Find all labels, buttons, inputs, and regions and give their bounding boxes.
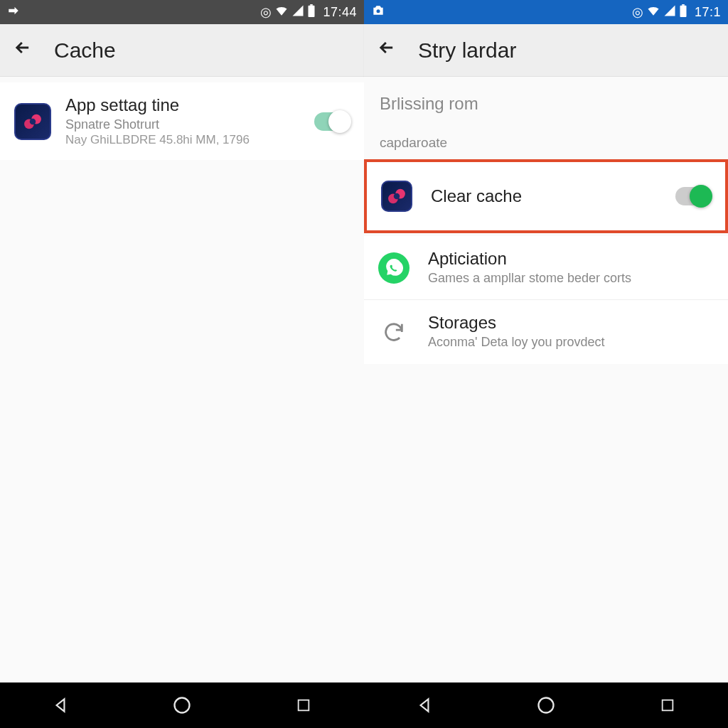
nav-home-icon[interactable]	[525, 691, 567, 719]
clear-cache-row[interactable]: Clear cache	[364, 159, 728, 233]
screen-right: ◎ 17:1 Stry lardar Brlissing rom capdaro…	[364, 0, 728, 728]
nav-recent-icon[interactable]	[282, 691, 325, 719]
row-subtitle: Aconma' Deta loy you provdect	[428, 334, 714, 350]
svg-rect-1	[311, 4, 314, 6]
nav-back-icon[interactable]	[39, 691, 82, 719]
sync-icon: ◎	[632, 4, 643, 20]
battery-icon	[679, 4, 687, 21]
row-title: Storages	[428, 313, 714, 333]
svg-rect-14	[662, 700, 673, 711]
content-area: App settag tine Spnatre Shotrurt Nay Ghi…	[0, 77, 364, 682]
signal-icon	[291, 4, 304, 21]
status-time: 17:44	[323, 5, 357, 20]
status-bar: ◎ 17:44	[0, 0, 364, 24]
signal-icon	[663, 4, 676, 21]
app-settings-row[interactable]: App settag tine Spnatre Shotrurt Nay Ghi…	[0, 82, 364, 160]
page-title: Cache	[54, 38, 116, 63]
app-icon	[381, 181, 412, 212]
storages-row[interactable]: Storages Aconma' Deta loy you provdect	[364, 300, 728, 363]
nav-back-icon[interactable]	[403, 691, 446, 719]
refresh-icon	[378, 316, 410, 348]
svg-point-4	[30, 118, 36, 124]
app-icon	[14, 103, 51, 140]
back-icon[interactable]	[13, 38, 33, 63]
sync-icon: ◎	[260, 4, 272, 20]
svg-rect-8	[680, 5, 686, 16]
svg-point-5	[174, 698, 189, 713]
content-area: Brlissing rom capdaroate Clear cache Apt…	[364, 77, 728, 682]
row-title: App settag tine	[65, 95, 314, 115]
nav-bar	[364, 682, 728, 728]
app-bar: Cache	[0, 24, 364, 77]
svg-point-13	[538, 698, 553, 713]
row-subtitle: Games a ampllar stome beder corts	[428, 270, 714, 287]
toggle-switch[interactable]	[314, 112, 350, 131]
wifi-icon	[646, 4, 660, 21]
battery-icon	[307, 4, 316, 21]
screen-left: ◎ 17:44 Cache	[0, 0, 364, 728]
svg-rect-9	[682, 4, 685, 6]
app-bar: Stry lardar	[364, 24, 728, 77]
row-subtitle-1: Spnatre Shotrurt	[65, 117, 314, 133]
status-time: 17:1	[695, 5, 721, 20]
svg-rect-6	[298, 700, 309, 711]
back-icon[interactable]	[377, 38, 397, 63]
whatsapp-icon	[378, 252, 410, 284]
camera-icon	[371, 4, 385, 21]
section-label: capdaroate	[364, 121, 728, 156]
share-icon	[7, 4, 20, 21]
nav-recent-icon[interactable]	[646, 691, 689, 719]
svg-rect-0	[309, 5, 315, 16]
wifi-icon	[274, 4, 289, 21]
row-title: Clear cache	[431, 186, 675, 206]
svg-point-12	[394, 193, 400, 200]
svg-point-7	[377, 9, 380, 13]
row-subtitle-2: Nay GhiLLBDRE 45.8hi MM, 1796	[65, 133, 314, 147]
nav-bar	[0, 682, 364, 728]
nav-home-icon[interactable]	[161, 691, 203, 719]
application-row[interactable]: Apticiation Games a ampllar stome beder …	[364, 236, 728, 300]
page-title: Stry lardar	[418, 38, 516, 63]
status-bar: ◎ 17:1	[364, 0, 728, 24]
toggle-switch[interactable]	[675, 187, 711, 205]
row-title: Apticiation	[428, 249, 714, 269]
section-header: Brlissing rom	[364, 77, 728, 121]
